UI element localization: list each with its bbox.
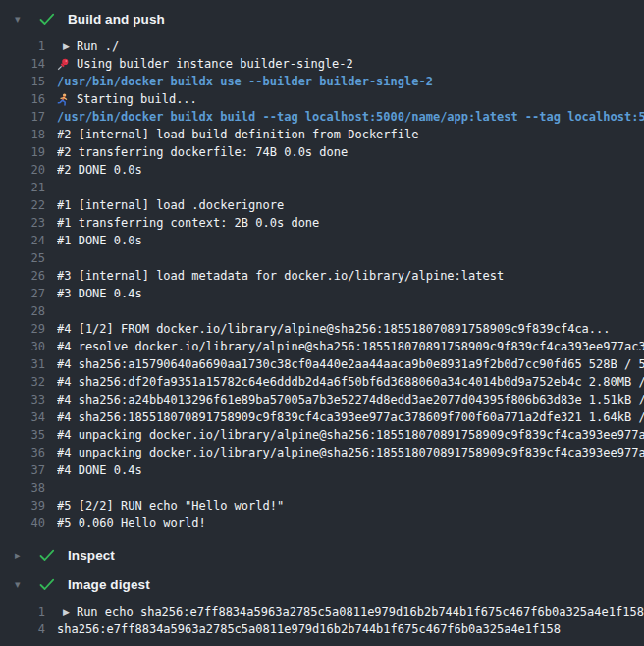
success-check-icon [39,549,55,562]
line-number[interactable]: 28 [0,302,45,320]
line-text-value: #3 [internal] load metadata for docker.i… [57,267,504,285]
line-number[interactable]: 40 [0,514,45,532]
section-title: Image digest [68,577,150,592]
log-line: 40 #5 0.060 Hello world! [0,514,644,532]
expand-triangle-icon[interactable]: ▸ [15,550,27,561]
log-line: 34 #4 sha256:185518070891758909c9f839cf4… [0,408,644,426]
line-number[interactable]: 30 [0,338,45,355]
line-text [57,479,644,497]
collapse-triangle-icon[interactable]: ▾ [15,579,27,590]
log-line: 30 #4 resolve docker.io/library/alpine@s… [0,338,644,355]
line-text-value: #4 [1/2] FROM docker.io/library/alpine@s… [57,320,611,338]
line-text-value: #4 resolve docker.io/library/alpine@sha2… [57,338,644,355]
line-text-value: #3 DONE 0.4s [57,285,142,302]
line-number[interactable]: 27 [0,285,45,302]
line-number[interactable]: 25 [0,249,45,267]
line-text: #4 sha256:df20fa9351a15782c64e6dddb2d4a6… [57,373,644,391]
line-text-value: #4 sha256:a24bb4013296f61e89ba57005a7b3e… [57,391,644,408]
line-text-value: sha256:e7ff8834a5963a2785c5a0811e979d16b… [57,620,561,638]
section-header-inspect[interactable]: ▸ Inspect [0,540,644,569]
line-number[interactable]: 22 [0,196,45,214]
line-number[interactable]: 29 [0,320,45,338]
line-number[interactable]: 36 [0,444,45,461]
log-line: 33 #4 sha256:a24bb4013296f61e89ba57005a7… [0,391,644,408]
section-header-build-and-push[interactable]: ▾ Build and push [0,4,644,33]
line-number[interactable]: 35 [0,426,45,444]
log-line: 39 #5 [2/2] RUN echo "Hello world!" [0,497,644,514]
log-line: 35 #4 unpacking docker.io/library/alpine… [0,426,644,444]
line-text: #3 [internal] load metadata for docker.i… [57,267,644,285]
line-text: #2 transferring dockerfile: 74B 0.0s don… [57,143,644,161]
line-text-value: #2 transferring dockerfile: 74B 0.0s don… [57,143,348,161]
section-log-lines: 1 ▶Run ./ 14 Using builder instance buil… [0,33,644,540]
actions-log-viewer: ▾ Build and push 1 ▶Run ./ 14 Using buil… [0,0,644,646]
section-log-lines: 1 ▶Run echo sha256:e7ff8834a5963a2785c5a… [0,599,644,646]
line-number[interactable]: 31 [0,355,45,373]
success-check-icon [39,578,55,591]
line-text: #1 transferring context: 2B 0.0s done [57,214,644,232]
line-number[interactable]: 39 [0,497,45,514]
log-line: 25 [0,249,644,267]
log-line: 29 #4 [1/2] FROM docker.io/library/alpin… [0,320,644,338]
line-number[interactable]: 32 [0,373,45,391]
line-text-value: #4 unpacking docker.io/library/alpine@sh… [57,444,644,461]
log-line: 32 #4 sha256:df20fa9351a15782c64e6dddb2d… [0,373,644,391]
line-number[interactable]: 1 [0,37,45,55]
line-number[interactable]: 23 [0,214,45,232]
line-text-value: #4 unpacking docker.io/library/alpine@sh… [57,426,644,444]
line-number[interactable]: 26 [0,267,45,285]
line-text: #1 DONE 0.0s [57,232,644,249]
line-number[interactable]: 38 [0,479,45,497]
line-text: #2 [internal] load build definition from… [57,126,644,143]
line-text [57,302,644,320]
line-number[interactable]: 24 [0,232,45,249]
line-number[interactable]: 16 [0,90,45,108]
line-text [57,249,644,267]
run-group-expand-icon[interactable]: ▶ [63,37,70,55]
line-number[interactable]: 19 [0,143,45,161]
log-line: 1 ▶Run echo sha256:e7ff8834a5963a2785c5a… [0,603,644,620]
line-number[interactable]: 33 [0,391,45,408]
line-text: #4 DONE 0.4s [57,461,644,479]
line-number[interactable]: 4 [0,620,45,638]
log-line: 26 #3 [internal] load metadata for docke… [0,267,644,285]
line-text-value: #5 [2/2] RUN echo "Hello world!" [57,497,284,514]
line-text-value: /usr/bin/docker buildx build --tag local… [57,108,644,126]
line-number[interactable]: 14 [0,55,45,73]
line-text-value: #4 sha256:a15790640a6690aa1730c38cf0a440… [57,355,644,373]
line-text: #5 [2/2] RUN echo "Hello world!" [57,497,644,514]
line-text: #3 DONE 0.4s [57,285,644,302]
line-number[interactable]: 1 [0,603,45,620]
line-number[interactable]: 34 [0,408,45,426]
log-line: 37 #4 DONE 0.4s [0,461,644,479]
line-text: Starting build... [57,90,644,108]
line-text-value: #1 [internal] load .dockerignore [57,196,284,214]
log-line: 18 #2 [internal] load build definition f… [0,126,644,143]
line-text: #5 0.060 Hello world! [57,514,644,532]
log-line: 4 sha256:e7ff8834a5963a2785c5a0811e979d1… [0,620,644,638]
log-line: 19 #2 transferring dockerfile: 74B 0.0s … [0,143,644,161]
collapse-triangle-icon[interactable]: ▾ [15,14,27,25]
line-text: sha256:e7ff8834a5963a2785c5a0811e979d16b… [57,620,644,638]
line-text-value: #1 DONE 0.0s [57,232,142,249]
line-text-value: #5 0.060 Hello world! [57,514,206,532]
line-text: #4 sha256:a24bb4013296f61e89ba57005a7b3e… [57,391,644,408]
line-text: #4 resolve docker.io/library/alpine@sha2… [57,338,644,355]
line-text-value: #2 DONE 0.0s [57,161,142,179]
line-number[interactable]: 17 [0,108,45,126]
section-header-image-digest[interactable]: ▾ Image digest [0,569,644,599]
line-text-value: Starting build... [77,90,197,108]
runner-icon [57,93,70,106]
line-number[interactable]: 37 [0,461,45,479]
line-text: /usr/bin/docker buildx use --builder bui… [57,73,644,90]
log-section: ▸ Inspect [0,540,644,569]
line-number[interactable]: 21 [0,179,45,196]
line-text: ▶Run echo sha256:e7ff8834a5963a2785c5a08… [57,603,644,620]
line-text-value: #4 DONE 0.4s [57,461,142,479]
run-group-expand-icon[interactable]: ▶ [63,603,70,620]
line-number[interactable]: 18 [0,126,45,143]
log-line: 16 Starting build... [0,90,644,108]
line-number[interactable]: 20 [0,161,45,179]
line-number[interactable]: 15 [0,73,45,90]
pushpin-icon [57,58,70,71]
